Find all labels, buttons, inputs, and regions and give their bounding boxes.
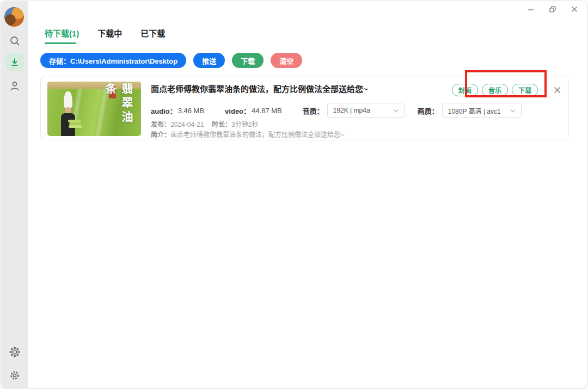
remove-item-icon[interactable] [551, 84, 563, 96]
clear-button[interactable]: 清空 [271, 53, 302, 68]
thumbnail-title-text: 翡翠油条 [102, 83, 134, 136]
cover-button[interactable]: 封面 [452, 84, 478, 96]
audio-quality-label: 音质： [303, 106, 324, 116]
close-window-icon[interactable] [569, 4, 579, 14]
chevron-down-icon [393, 109, 399, 113]
item-title: 面点老师傅教你翡翠油条的做法，配方比例做法全部送给您~ [151, 83, 368, 94]
restore-icon[interactable] [548, 4, 558, 14]
video-label: video： [225, 106, 250, 116]
publish-row: 发布：2024-04-21 时长：3分钟2秒 [151, 119, 258, 128]
video-thumbnail[interactable]: 翡翠油条 [47, 82, 141, 136]
avatar[interactable] [4, 7, 24, 27]
settings-gear-icon[interactable] [9, 370, 20, 381]
item-actions: 封面 音乐 下载 [452, 84, 538, 96]
download-item-card: 翡翠油条 面点老师傅教你翡翠油条的做法，配方比例做法全部送给您~ audio： … [40, 76, 569, 140]
publish-date: 2024-04-21 [170, 121, 204, 128]
tab-downloading[interactable]: 下载中 [97, 27, 122, 44]
video-size: 44.87 MB [252, 107, 282, 115]
music-button[interactable]: 音乐 [482, 84, 508, 96]
video-quality-select[interactable]: 1080P 高清 | avc1 [442, 103, 522, 118]
duration-label: 时长： [212, 121, 231, 128]
window-controls [526, 4, 579, 14]
tab-pending[interactable]: 待下载(1) [45, 27, 79, 44]
tab-downloaded[interactable]: 已下载 [140, 27, 165, 44]
storage-path-button[interactable]: 存储：C:\Users\Administrator\Desktop [40, 53, 186, 68]
publish-label: 发布： [151, 121, 170, 128]
audio-quality-value: 192K | mp4a [333, 107, 370, 114]
push-button[interactable]: 推送 [193, 53, 225, 68]
theme-brightness-icon[interactable] [9, 347, 20, 357]
sidebar [1, 1, 28, 388]
video-quality-label: 画质： [418, 106, 439, 116]
item-meta-row: audio： 3.46 MB video： 44.87 MB 音质： 192K … [151, 103, 522, 118]
description-text: 面点老师傅教你翡翠油条的做法，配方比例做法全部送给您~ [170, 131, 344, 139]
duration-value: 3分钟2秒 [231, 121, 258, 128]
audio-label: audio： [151, 106, 177, 116]
app-window: 待下载(1) 下载中 已下载 存储：C:\Users\Administrator… [1, 1, 587, 388]
minimize-icon[interactable] [526, 4, 536, 14]
audio-quality-select[interactable]: 192K | mp4a [327, 103, 405, 118]
toolbar: 存储：C:\Users\Administrator\Desktop 推送 下载 … [40, 53, 302, 68]
tab-bar: 待下载(1) 下载中 已下载 [45, 27, 165, 44]
user-icon[interactable] [9, 81, 20, 91]
download-item-button[interactable]: 下载 [512, 84, 538, 96]
description-row: 简介：面点老师傅教你翡翠油条的做法，配方比例做法全部送给您~ [151, 129, 344, 139]
description-label: 简介： [151, 131, 170, 139]
chevron-down-icon [510, 109, 516, 113]
download-all-button[interactable]: 下载 [232, 53, 264, 68]
audio-size: 3.46 MB [178, 107, 204, 115]
video-quality-value: 1080P 高清 | avc1 [448, 106, 501, 115]
download-tab-icon[interactable] [5, 53, 24, 71]
thumbnail-chef [59, 91, 81, 136]
search-icon[interactable] [9, 35, 20, 46]
